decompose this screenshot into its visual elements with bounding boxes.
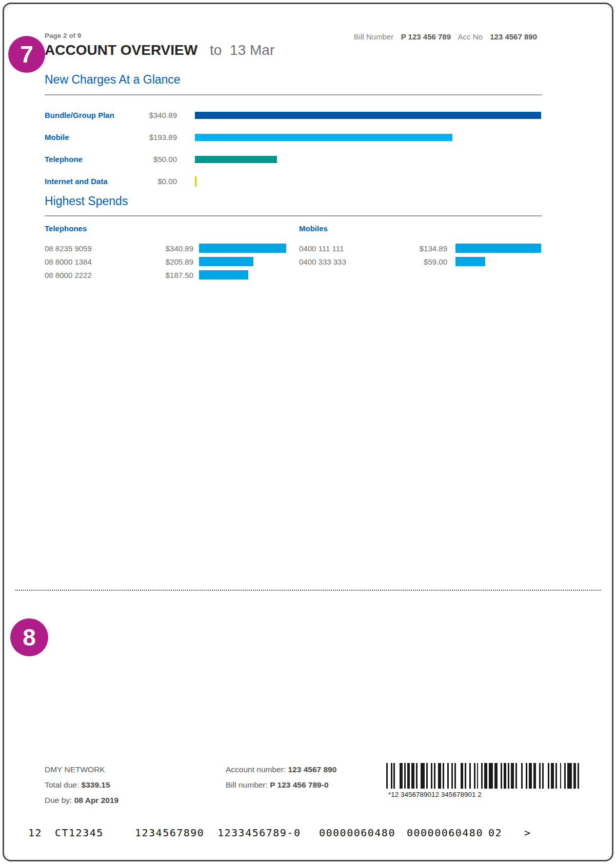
subheading-mobiles: Mobiles <box>299 224 328 233</box>
step-badge-7-number: 7 <box>20 41 33 68</box>
spend-bar-cell <box>199 257 253 266</box>
ocr-segment: 1233456789-0 <box>217 827 301 839</box>
section-rule <box>45 94 542 95</box>
spend-bar-cell <box>199 244 286 253</box>
company-name: DMY NETWORK <box>45 762 118 777</box>
spend-service-number: 08 8000 1384 <box>45 257 147 266</box>
spend-amount: $340.89 <box>147 244 193 253</box>
chart-bar-cell <box>195 134 542 141</box>
chart-row: Bundle/Group Plan$340.89 <box>45 104 542 126</box>
spend-amount: $187.50 <box>147 271 193 279</box>
spend-amount: $205.89 <box>147 257 193 266</box>
chart-row-label: Bundle/Group Plan <box>45 111 132 119</box>
account-number-value: 123 4567 890 <box>288 765 337 774</box>
new-charges-rows: Bundle/Group Plan$340.89Mobile$193.89Tel… <box>45 104 542 192</box>
mobiles-rows: 0400 111 111$134.890400 333 333$59.00 <box>299 242 545 268</box>
chart-row-label: Mobile <box>45 133 132 142</box>
spend-bar-cell <box>199 270 248 279</box>
spend-row: 08 8000 2222$187.50 <box>45 268 291 282</box>
page-title-row: ACCOUNT OVERVIEW to 13 Mar <box>45 42 274 58</box>
chart-bar <box>195 112 541 119</box>
bill-number-value: P 123 456 789 <box>401 32 451 41</box>
chart-row-label: Internet and Data <box>45 177 132 186</box>
account-number-label: Account number: <box>226 765 286 774</box>
chart-bar <box>195 176 196 187</box>
spend-row: 0400 111 111$134.89 <box>299 242 545 255</box>
ocr-segment: > <box>524 827 531 839</box>
spend-bar <box>199 270 248 279</box>
step-badge-8: 8 <box>10 618 48 656</box>
chart-bar-cell <box>195 176 542 187</box>
bill-number-slip-value: P 123 456 789-0 <box>270 780 328 789</box>
section-heading-highest-spends: Highest Spends <box>45 194 128 208</box>
spend-bar <box>455 244 541 253</box>
spend-amount: $134.89 <box>402 244 447 253</box>
due-by-line: Due by: 08 Apr 2019 <box>45 793 118 808</box>
spend-service-number: 08 8000 2222 <box>45 271 147 279</box>
spend-service-number: 0400 333 333 <box>299 257 402 266</box>
telephones-rows: 08 8235 9059$340.8908 8000 1384$205.8908… <box>45 242 291 282</box>
chart-row: Telephone$50.00 <box>45 148 542 170</box>
chart-bar <box>195 156 277 163</box>
chart-bar-cell <box>195 112 542 119</box>
spend-amount: $59.00 <box>402 257 447 266</box>
bill-number-slip-label: Bill number: <box>226 780 268 789</box>
acc-no-label: Acc No <box>458 32 483 41</box>
payment-slip-mid: Account number: 123 4567 890 Bill number… <box>226 762 336 793</box>
spend-bar <box>455 257 485 266</box>
chart-row-value: $340.89 <box>132 111 177 119</box>
spend-bar <box>199 257 253 266</box>
section-heading-new-charges: New Charges At a Glance <box>45 73 181 87</box>
bill-header: Bill Number P 123 456 789 Acc No 123 456… <box>354 32 537 41</box>
spend-row: 08 8000 1384$205.89 <box>45 255 291 268</box>
due-by-value: 08 Apr 2019 <box>74 796 118 805</box>
section-rule <box>45 215 542 216</box>
chart-row-value: $0.00 <box>132 177 177 186</box>
chart-row-label: Telephone <box>45 155 132 164</box>
payment-slip-left: DMY NETWORK Total due: $339.15 Due by: 0… <box>45 762 118 808</box>
bill-number-label: Bill Number <box>354 32 394 41</box>
ocr-segment: CT12345 <box>55 827 104 839</box>
total-due-line: Total due: $339.15 <box>45 777 118 793</box>
bill-number-line: Bill number: P 123 456 789-0 <box>226 777 336 793</box>
bill-page: 7 Page 2 of 9 ACCOUNT OVERVIEW to 13 Mar… <box>0 0 616 864</box>
due-by-label: Due by: <box>45 796 72 805</box>
spend-row: 08 8235 9059$340.89 <box>45 242 291 255</box>
page-title: ACCOUNT OVERVIEW <box>45 42 197 58</box>
barcode-text: *12 3456789012 345678901 2 <box>388 791 482 798</box>
spend-bar-cell <box>455 257 485 266</box>
chart-row: Internet and Data$0.00 <box>45 170 542 192</box>
chart-row-value: $193.89 <box>132 133 177 142</box>
step-badge-7: 7 <box>8 36 45 73</box>
ocr-segment: 1234567890 <box>135 827 204 839</box>
ocr-line: 12CT1234512345678901233456789-0000000604… <box>0 827 616 842</box>
spend-bar <box>199 244 286 253</box>
tear-off-dotted-line <box>15 590 601 591</box>
ocr-segment: 02 <box>488 827 502 839</box>
subheading-telephones: Telephones <box>45 224 87 233</box>
page-title-date: 13 Mar <box>230 42 274 58</box>
spend-service-number: 08 8235 9059 <box>45 244 147 253</box>
spend-service-number: 0400 111 111 <box>299 244 402 253</box>
ocr-segment: 12 <box>28 827 42 839</box>
spend-bar-cell <box>455 244 541 253</box>
ocr-segment: 00000060480 <box>319 827 395 839</box>
total-due-value: $339.15 <box>82 780 110 789</box>
account-number-line: Account number: 123 4567 890 <box>226 762 336 777</box>
chart-row-value: $50.00 <box>132 155 177 164</box>
page-title-to: to <box>210 42 222 58</box>
spend-row: 0400 333 333$59.00 <box>299 255 545 268</box>
step-badge-8-number: 8 <box>23 624 36 651</box>
total-due-label: Total due: <box>45 780 79 789</box>
page-indicator: Page 2 of 9 <box>45 32 81 39</box>
payment-barcode <box>386 763 582 789</box>
chart-bar <box>195 134 452 141</box>
acc-no-value: 123 4567 890 <box>490 32 537 41</box>
chart-row: Mobile$193.89 <box>45 126 542 148</box>
ocr-segment: 00000060480 <box>407 827 483 839</box>
chart-bar-cell <box>195 156 542 163</box>
